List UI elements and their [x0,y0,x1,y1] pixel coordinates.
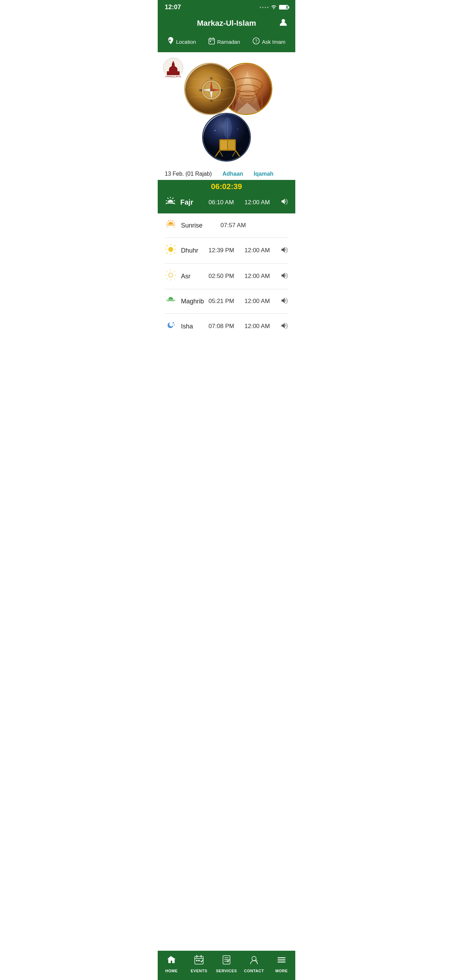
isha-row: Isha 07:08 PM 12:00 AM [165,313,288,339]
dhuhr-row: Dhuhr 12:39 PM 12:00 AM [165,238,288,264]
svg-line-64 [173,226,175,228]
iqamah-header[interactable]: Iqamah [254,171,273,177]
asr-iqamah: 12:00 AM [245,273,276,280]
maghrib-name: Maghrib [181,298,204,305]
fajr-icon [165,196,176,208]
fajr-name: Fajr [180,198,204,206]
asr-icon [165,270,177,283]
active-prayer-fajr: 06:02:39 Fajr 06:10 AM 12:00 AM [158,180,295,213]
asr-name: Asr [181,273,204,280]
svg-point-84 [173,322,174,323]
asr-sound-icon[interactable] [280,272,288,281]
status-time: 12:07 [165,3,181,11]
maghrib-sound-icon[interactable] [280,297,288,306]
prayer-list: Sunrise 07:57 AM Dhuhr 12:39 [158,213,295,339]
svg-line-81 [167,279,168,279]
svg-text:✦: ✦ [214,129,216,132]
svg-point-86 [172,326,173,327]
nav-label-ask-imam: Ask Imam [262,39,285,45]
signal-icon [260,7,269,8]
svg-text:•: • [210,140,211,143]
svg-rect-43 [221,140,227,150]
app-header: Markaz-Ul-Islam [158,14,295,33]
wifi-icon [270,4,277,10]
nav-label-location: Location [176,39,196,45]
fajr-sound-icon[interactable] [280,197,288,207]
status-icons [260,4,288,10]
svg-point-0 [281,19,285,22]
svg-point-46 [223,118,232,138]
svg-text:?: ? [255,39,257,44]
countdown-time: 06:02:39 [211,182,242,191]
top-nav-bar: Location Ramadan ? Ask Imam [158,33,295,52]
svg-point-85 [174,325,175,326]
sunrise-icon [165,220,177,231]
svg-line-80 [174,271,175,272]
dhuhr-name: Dhuhr [181,247,204,255]
svg-point-74 [168,273,173,277]
isha-name: Isha [181,323,204,330]
ask-imam-icon: ? [253,37,260,46]
svg-point-23 [210,89,213,91]
fajr-adhaan: 06:10 AM [208,199,240,206]
hero-section: MARKAZ UL ISLAM [158,52,295,165]
svg-text:E: E [221,89,223,92]
svg-text:S: S [210,99,212,103]
user-icon[interactable] [278,17,288,29]
svg-line-60 [168,221,169,221]
countdown-display: 06:02:39 [165,180,288,192]
dhuhr-sound-icon[interactable] [280,246,288,255]
svg-line-63 [167,226,168,228]
date-row: 13 Feb. (01 Rajab) Adhaan Iqamah [158,165,295,180]
svg-rect-37 [257,90,259,115]
isha-sound-icon[interactable] [280,322,288,331]
compass-circle: N S E W [184,63,236,115]
svg-line-82 [174,279,175,279]
nav-item-location[interactable]: Location [164,36,200,48]
sunrise-row: Sunrise 07:57 AM [165,213,288,238]
fajr-iqamah: 12:00 AM [245,199,276,206]
nav-item-ramadan[interactable]: Ramadan [205,36,243,48]
app-title: Markaz-Ul-Islam [197,19,256,28]
svg-text:•: • [241,138,242,141]
svg-rect-13 [167,71,170,75]
sunrise-adhaan: 07:57 AM [221,222,252,229]
hero-circles: N S E W [161,63,292,162]
maghrib-adhaan: 05:21 PM [208,298,240,305]
svg-text:N: N [210,76,213,80]
location-icon [168,37,174,46]
svg-line-72 [167,253,168,254]
sunrise-name: Sunrise [181,222,216,229]
svg-rect-36 [236,90,238,115]
svg-rect-35 [261,85,263,115]
svg-line-79 [167,271,168,272]
svg-line-73 [174,253,175,254]
asr-adhaan: 02:50 PM [208,273,240,280]
hijri-date: 13 Feb. (01 Rajab) [165,171,212,177]
dhuhr-icon [165,244,177,257]
status-bar: 12:07 [158,0,295,14]
maghrib-iqamah: 12:00 AM [245,298,276,305]
svg-line-52 [173,198,173,199]
svg-text:✦: ✦ [237,128,238,130]
svg-rect-44 [228,140,235,150]
ramadan-icon [208,37,215,46]
maghrib-row: Maghrib 05:21 PM 12:00 AM [165,289,288,313]
asr-row: Asr 02:50 PM 12:00 AM [165,264,288,289]
isha-icon [165,320,177,332]
battery-icon [279,5,288,10]
svg-text:W: W [199,89,202,92]
isha-adhaan: 07:08 PM [208,323,240,330]
svg-line-71 [174,245,175,246]
nav-label-ramadan: Ramadan [217,39,240,45]
fajr-prayer-row: Fajr 06:10 AM 12:00 AM [165,192,288,213]
nav-item-ask-imam[interactable]: ? Ask Imam [249,36,289,48]
svg-point-65 [168,247,173,252]
dhuhr-adhaan: 12:39 PM [208,247,240,254]
dhuhr-iqamah: 12:00 AM [245,247,276,254]
maghrib-icon [165,296,177,307]
svg-line-70 [167,245,168,246]
adhaan-header[interactable]: Adhaan [222,171,243,177]
svg-rect-5 [210,41,211,42]
svg-line-54 [168,198,168,199]
